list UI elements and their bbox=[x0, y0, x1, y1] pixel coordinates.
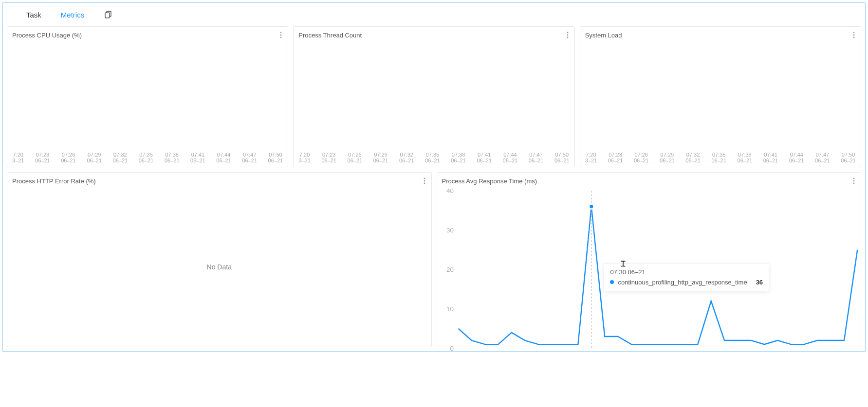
svg-text:30: 30 bbox=[446, 227, 454, 234]
axis-tick: 7:203–21 bbox=[12, 152, 24, 164]
tab-metrics[interactable]: Metrics bbox=[61, 11, 84, 19]
svg-point-3 bbox=[280, 35, 282, 36]
svg-point-7 bbox=[567, 37, 568, 38]
axis-tick: 07:2806–21 bbox=[557, 353, 573, 354]
axis-tick: 7:203–21 bbox=[298, 152, 310, 164]
axis-tick: 07:4706–21 bbox=[529, 152, 544, 164]
svg-text:10: 10 bbox=[446, 305, 454, 313]
more-icon[interactable] bbox=[423, 177, 426, 185]
xaxis-load: 7:203–2107:2306–2107:2606–2107:2906–2107… bbox=[585, 152, 856, 164]
axis-tick: 07:3006–21 bbox=[583, 353, 598, 354]
svg-point-13 bbox=[424, 183, 425, 184]
xaxis-response: 07:2006–2107:2206–2107:2406–2107:2606–21… bbox=[455, 353, 856, 354]
axis-tick: 07:2306–21 bbox=[321, 152, 336, 164]
panel-cpu: Process CPU Usage (%) 7:203–2107:2306–21… bbox=[7, 26, 288, 167]
svg-text:40: 40 bbox=[446, 187, 454, 195]
axis-tick: 07:5006–21 bbox=[841, 152, 856, 164]
series-dot-icon bbox=[610, 280, 614, 284]
svg-rect-1 bbox=[105, 13, 110, 18]
panel-title: Process Avg Response Time (ms) bbox=[442, 177, 537, 185]
axis-tick: 07:3606–21 bbox=[661, 353, 676, 354]
tab-task[interactable]: Task bbox=[26, 11, 41, 19]
axis-tick: 07:3806–21 bbox=[165, 152, 180, 164]
svg-point-11 bbox=[424, 178, 425, 179]
panel-title: Process CPU Usage (%) bbox=[12, 32, 82, 39]
svg-point-14 bbox=[853, 178, 855, 179]
panel-thread: Process Thread Count 7:203–2107:2306–210… bbox=[293, 26, 574, 167]
more-icon[interactable] bbox=[566, 31, 570, 39]
tab-bar: Task Metrics bbox=[7, 3, 861, 26]
axis-tick: 07:2606–21 bbox=[61, 152, 76, 164]
svg-text:0: 0 bbox=[450, 345, 453, 352]
response-time-chart[interactable]: 01020304007:30 06–21continuous_profiling… bbox=[437, 187, 861, 352]
copy-icon[interactable] bbox=[104, 10, 112, 19]
svg-point-15 bbox=[853, 180, 855, 182]
axis-tick: 7:203–21 bbox=[585, 152, 597, 164]
axis-tick: 07:3506–21 bbox=[139, 152, 154, 164]
axis-tick: 07:4106–21 bbox=[763, 152, 778, 164]
axis-tick: 07:4706–21 bbox=[815, 152, 830, 164]
svg-point-4 bbox=[280, 37, 282, 38]
svg-point-16 bbox=[853, 183, 855, 184]
svg-text:20: 20 bbox=[446, 266, 454, 273]
axis-tick: 07:2906–21 bbox=[373, 152, 388, 164]
axis-tick: 07:4206–21 bbox=[738, 353, 753, 354]
panel-http-error: Process HTTP Error Rate (%) No Data bbox=[7, 172, 432, 347]
axis-tick: 07:2606–21 bbox=[532, 353, 547, 354]
panel-title: System Load bbox=[585, 32, 622, 39]
no-data-label: No Data bbox=[7, 187, 431, 347]
axis-tick: 07:4006–21 bbox=[712, 353, 727, 354]
axis-tick: 07:3506–21 bbox=[425, 152, 440, 164]
axis-tick: 07:2406–21 bbox=[506, 353, 521, 354]
tooltip-value: 36 bbox=[756, 279, 763, 286]
axis-tick: 07:3806–21 bbox=[686, 353, 702, 354]
axis-tick: 07:2206–21 bbox=[480, 353, 495, 354]
axis-tick: 07:3206–21 bbox=[399, 152, 414, 164]
more-icon[interactable] bbox=[279, 31, 283, 39]
xaxis-thread: 7:203–2107:2306–2107:2606–2107:2906–2107… bbox=[298, 152, 569, 164]
panel-response-time: Process Avg Response Time (ms) 010203040… bbox=[437, 172, 862, 347]
axis-tick: 07:4106–21 bbox=[477, 152, 492, 164]
axis-tick: 07:4406–21 bbox=[764, 353, 779, 354]
svg-point-9 bbox=[853, 35, 855, 36]
axis-tick: 07:3406–21 bbox=[635, 353, 650, 354]
axis-tick: 07:2306–21 bbox=[35, 152, 50, 164]
axis-tick: 07:5006–21 bbox=[841, 353, 856, 354]
panel-title: Process Thread Count bbox=[298, 32, 362, 39]
axis-tick: 07:3206–21 bbox=[685, 152, 701, 164]
axis-tick: 07:4406–21 bbox=[216, 152, 231, 164]
axis-tick: 07:4406–21 bbox=[789, 152, 804, 164]
axis-tick: 07:4706–21 bbox=[242, 152, 257, 164]
svg-point-12 bbox=[424, 180, 425, 182]
axis-tick: 07:4406–21 bbox=[503, 152, 518, 164]
axis-tick: 07:3506–21 bbox=[711, 152, 726, 164]
xaxis-cpu: 7:203–2107:2306–2107:2606–2107:2906–2107… bbox=[12, 152, 283, 164]
axis-tick: 07:4106–21 bbox=[190, 152, 205, 164]
svg-point-2 bbox=[280, 32, 282, 34]
panel-title: Process HTTP Error Rate (%) bbox=[12, 177, 96, 185]
axis-tick: 07:2606–21 bbox=[348, 152, 363, 164]
panel-load: System Load 7:203–2107:2306–2107:2606–21… bbox=[580, 26, 861, 167]
more-icon[interactable] bbox=[852, 177, 856, 185]
axis-tick: 07:2906–21 bbox=[660, 152, 675, 164]
svg-point-8 bbox=[853, 32, 855, 34]
axis-tick: 07:3806–21 bbox=[451, 152, 466, 164]
axis-tick: 07:4606–21 bbox=[789, 353, 804, 354]
tooltip-time: 07:30 06–21 bbox=[610, 268, 763, 276]
axis-tick: 07:2306–21 bbox=[608, 152, 623, 164]
svg-point-6 bbox=[567, 35, 568, 36]
more-icon[interactable] bbox=[852, 31, 856, 39]
svg-point-23 bbox=[589, 204, 593, 209]
axis-tick: 07:3206–21 bbox=[113, 152, 128, 164]
axis-tick: 07:5006–21 bbox=[554, 152, 570, 164]
svg-point-5 bbox=[567, 32, 568, 34]
axis-tick: 07:3206–21 bbox=[609, 353, 624, 354]
axis-tick: 07:2906–21 bbox=[87, 152, 102, 164]
axis-tick: 07:5006–21 bbox=[268, 152, 283, 164]
tooltip-metric: continuous_profiling_http_avg_response_t… bbox=[618, 279, 747, 286]
svg-point-10 bbox=[853, 37, 855, 38]
axis-tick: 07:3806–21 bbox=[738, 152, 753, 164]
axis-tick: 07:4806–21 bbox=[815, 353, 830, 354]
chart-tooltip: 07:30 06–21continuous_profiling_http_avg… bbox=[604, 263, 769, 291]
axis-tick: 07:2606–21 bbox=[634, 152, 649, 164]
